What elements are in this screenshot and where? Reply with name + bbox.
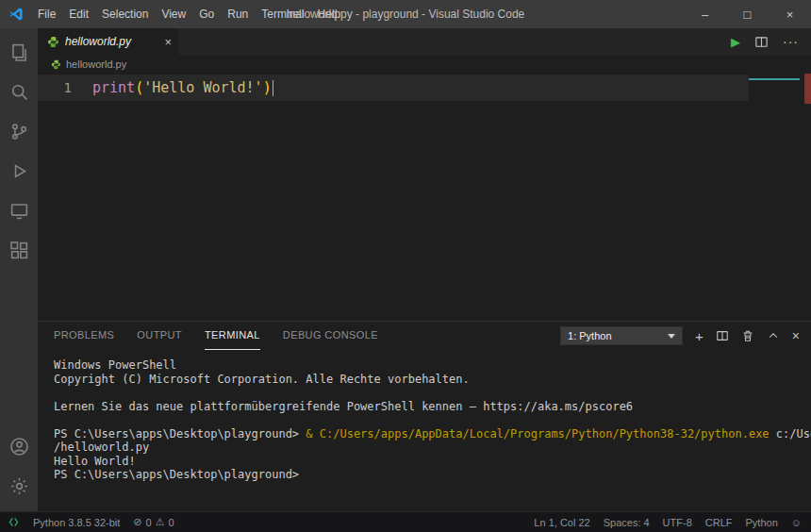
error-icon: ⊘ [133, 516, 141, 528]
error-count: 0 [146, 517, 152, 528]
activity-remote-explorer[interactable] [0, 191, 38, 230]
activity-account[interactable] [0, 426, 38, 466]
tab-bar: helloworld.py × ▶ ··· [38, 28, 811, 55]
activity-bar [0, 28, 38, 511]
account-icon [9, 437, 29, 457]
language-mode-status[interactable]: Python [746, 517, 778, 528]
title-bar: File Edit Selection View Go Run Terminal… [0, 0, 811, 28]
breadcrumb-file-label: helloworld.py [66, 58, 126, 70]
editor-region: helloworld.py × ▶ ··· [38, 28, 811, 321]
activity-source-control[interactable] [0, 111, 38, 151]
maximize-button[interactable]: □ [726, 0, 769, 28]
warning-icon: ⚠ [156, 516, 165, 528]
split-editor-icon[interactable] [754, 35, 769, 49]
editor-cursor [273, 80, 273, 96]
terminal-picker-value: 1: Python [568, 330, 611, 341]
status-bar-right: Ln 1, Col 22 Spaces: 4 UTF-8 CRLF Python… [534, 517, 802, 528]
overview-ruler-marker[interactable] [804, 74, 811, 104]
token-function: print [92, 79, 135, 96]
kill-terminal-trash-icon[interactable] [741, 329, 754, 342]
terminal-blank-line [54, 386, 811, 400]
terminal-line: Copyright (C) Microsoft Corporation. All… [54, 373, 811, 387]
extensions-icon [9, 241, 29, 260]
terminal-prompt: PS C:\Users\apps\Desktop\playground> [54, 427, 306, 441]
activity-extensions[interactable] [0, 230, 38, 270]
panel-tab-problems[interactable]: PROBLEMS [54, 322, 114, 350]
bottom-panel: PROBLEMS OUTPUT TERMINAL DEBUG CONSOLE 1… [38, 321, 811, 511]
cursor-position-status[interactable]: Ln 1, Col 22 [534, 517, 589, 528]
tab-close-icon[interactable]: × [164, 35, 172, 49]
panel-controls: 1: Python + × [560, 326, 800, 345]
status-bar-left: Python 3.8.5 32-bit ⊘ 0 ⚠ 0 [8, 516, 174, 528]
remote-explorer-icon [9, 201, 29, 221]
token-close-paren: ) [263, 79, 272, 96]
vscode-logo-icon [8, 7, 24, 22]
terminal-text: Hello World! [54, 455, 136, 468]
close-panel-icon[interactable]: × [792, 328, 800, 343]
terminal-command-wrap: /helloworld.py [54, 441, 811, 455]
remote-indicator-icon[interactable] [8, 516, 20, 528]
files-icon [9, 42, 29, 62]
terminal-picker-dropdown[interactable]: 1: Python [560, 326, 683, 345]
terminal-prompt-line: PS C:\Users\apps\Desktop\playground> [54, 468, 811, 482]
terminal-command-args: c:/Users/apps/Desktop/playground [770, 427, 811, 441]
token-string: 'Hello World!' [143, 79, 262, 96]
activity-explorer[interactable] [0, 32, 38, 72]
new-terminal-button[interactable]: + [695, 329, 703, 343]
editor-current-line[interactable]: 1 print('Hello World!') [38, 75, 749, 101]
python-file-icon-small [51, 59, 61, 70]
breadcrumb[interactable]: helloworld.py [38, 55, 811, 74]
tab-label: helloworld.py [65, 35, 131, 48]
menu-view[interactable]: View [155, 0, 192, 28]
terminal-blank-line [54, 413, 811, 427]
vscode-window: File Edit Selection View Go Run Terminal… [0, 0, 811, 532]
encoding-status[interactable]: UTF-8 [663, 517, 692, 528]
content-area: helloworld.py × ▶ ··· [38, 28, 811, 511]
menu-selection[interactable]: Selection [95, 0, 155, 28]
split-terminal-icon[interactable] [716, 329, 729, 342]
problems-status[interactable]: ⊘ 0 ⚠ 0 [133, 516, 174, 528]
activity-search[interactable] [0, 72, 38, 111]
maximize-panel-chevron-icon[interactable] [767, 329, 780, 342]
run-python-file-button[interactable]: ▶ [731, 35, 740, 49]
terminal-text: Lernen Sie das neue plattformübergreifen… [54, 400, 633, 413]
window-controls: – □ × [684, 0, 811, 28]
terminal-prompt: PS C:\Users\apps\Desktop\playground> [54, 468, 299, 481]
terminal-line: Lernen Sie das neue plattformübergreifen… [54, 400, 811, 414]
code-editor[interactable]: 1 print('Hello World!') [38, 74, 811, 321]
python-interpreter-status[interactable]: Python 3.8.5 32-bit [33, 517, 120, 528]
line-number: 1 [38, 80, 92, 95]
minimize-button[interactable]: – [684, 0, 726, 28]
terminal-text: Copyright (C) Microsoft Corporation. All… [54, 373, 470, 386]
menu-edit[interactable]: Edit [62, 0, 95, 28]
eol-status[interactable]: CRLF [705, 517, 733, 528]
code-text: print('Hello World!') [92, 79, 273, 96]
activity-settings[interactable] [0, 466, 38, 506]
menu-terminal[interactable]: Terminal [255, 0, 310, 28]
terminal-output: Hello World! [54, 455, 811, 469]
warning-count: 0 [169, 517, 174, 528]
main-area: helloworld.py × ▶ ··· [0, 28, 811, 511]
python-file-icon [47, 36, 59, 48]
terminal-content[interactable]: Windows PowerShell Copyright (C) Microso… [38, 350, 811, 511]
gear-icon [9, 476, 29, 496]
terminal-line: Windows PowerShell [54, 358, 811, 373]
activity-run-debug[interactable] [0, 151, 38, 191]
menu-help[interactable]: Help [311, 0, 348, 28]
run-debug-icon [9, 161, 29, 181]
close-button[interactable]: × [769, 0, 811, 28]
minimap-line-marker [749, 78, 800, 80]
token-open-paren: ( [135, 79, 143, 96]
panel-tab-output[interactable]: OUTPUT [137, 322, 182, 350]
tab-helloworld[interactable]: helloworld.py × [38, 28, 179, 55]
menu-file[interactable]: File [31, 0, 62, 28]
terminal-text: Windows PowerShell [54, 358, 176, 372]
menu-go[interactable]: Go [192, 0, 221, 28]
feedback-smiley-icon[interactable]: ☺ [791, 517, 802, 528]
panel-tab-debug-console[interactable]: DEBUG CONSOLE [283, 322, 378, 350]
panel-tab-terminal[interactable]: TERMINAL [205, 322, 260, 350]
more-actions-icon[interactable]: ··· [783, 34, 799, 49]
search-icon [9, 82, 29, 102]
menu-run[interactable]: Run [221, 0, 255, 28]
indentation-status[interactable]: Spaces: 4 [604, 517, 650, 528]
